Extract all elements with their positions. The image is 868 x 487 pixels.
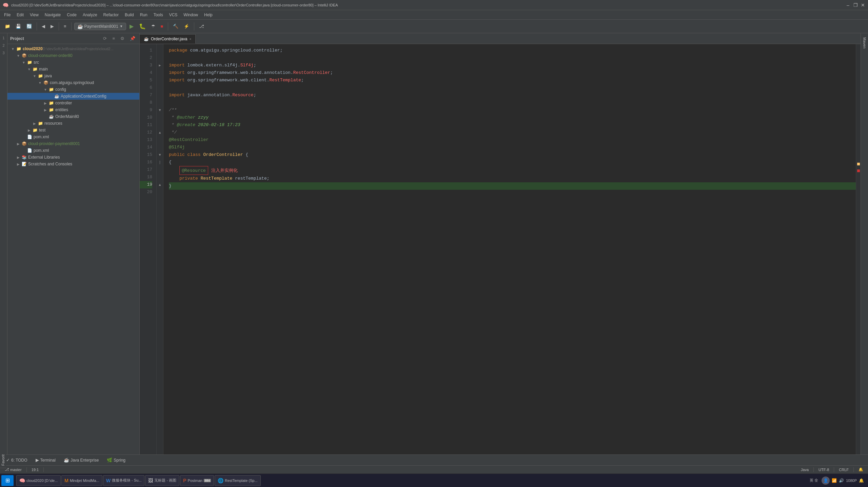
tree-java-arrow[interactable]: ▼ [32, 74, 37, 78]
menu-build[interactable]: Build [122, 12, 137, 18]
toolbar-forward-btn[interactable]: ▶ [48, 23, 56, 30]
coverage-button[interactable]: ☂ [149, 23, 157, 30]
sidebar-icon-3[interactable]: 3 [0, 49, 7, 56]
taskbar-intellij[interactable]: 🧠 cloud2020 [D:\de... [16, 475, 61, 486]
menu-help[interactable]: Help [201, 12, 215, 18]
menu-refactor[interactable]: Refactor [101, 12, 121, 18]
tree-module-payment8001-arrow[interactable]: ▶ [16, 142, 21, 146]
tree-controller-arrow[interactable]: ▶ [43, 101, 48, 105]
menu-code[interactable]: Code [64, 12, 79, 18]
project-collapse-btn[interactable]: ≡ [111, 35, 116, 42]
status-notifications[interactable]: 🔔 [856, 467, 865, 472]
tree-appcontextconfig[interactable]: ☕ ApplicationContextConfig [7, 93, 139, 100]
stop-button[interactable]: ■ [159, 23, 165, 30]
debug-button[interactable]: 🐛 [137, 22, 148, 31]
menu-view[interactable]: View [27, 12, 41, 18]
toolbar-project-btn[interactable]: 📁 [3, 23, 12, 30]
taskbar-postman[interactable]: P Postman 884 [180, 475, 214, 486]
bottom-tab-todo[interactable]: ✓ 6: TODO [3, 456, 31, 464]
close-button[interactable]: ✕ [861, 3, 865, 7]
project-sync-btn[interactable]: ⟳ [102, 35, 108, 42]
scroll-gutter[interactable] [856, 44, 861, 454]
tree-main-icon: 📁 [32, 66, 38, 72]
status-encoding[interactable]: UTF-8 [816, 468, 831, 472]
tree-resources[interactable]: ▶ 📁 resources [7, 120, 139, 127]
bottom-tab-spring[interactable]: 🌿 Spring [103, 456, 129, 464]
tray-notifications[interactable]: 🔔 [859, 478, 864, 483]
project-pin-btn[interactable]: 📌 [129, 35, 137, 42]
tree-root[interactable]: ▼ 📁 cloud2020 D:\devSoft\JetBrains\IdeaP… [7, 45, 139, 52]
menu-tools[interactable]: Tools [151, 12, 166, 18]
tab-close-btn[interactable]: × [189, 37, 191, 41]
status-line-ending[interactable]: CRLF [837, 468, 851, 472]
menu-edit[interactable]: Edit [14, 12, 26, 18]
minimize-button[interactable]: – [846, 3, 850, 7]
tree-src[interactable]: ▼ 📁 src [7, 59, 139, 66]
code-content[interactable]: package com.atguigu.springcloud.controll… [163, 44, 856, 454]
tree-main-arrow[interactable]: ▼ [26, 67, 32, 71]
tree-scratches[interactable]: ▶ 📝 Scratches and Consoles [7, 161, 139, 167]
toolbar-back-btn[interactable]: ◀ [40, 23, 47, 30]
tree-package[interactable]: ▼ 📦 com.atguigu.springcloud [7, 79, 139, 86]
tree-config[interactable]: ▼ 📁 config [7, 86, 139, 93]
tree-module-order80[interactable]: ▼ 📦 cloud-consumer-order80 [7, 52, 139, 59]
tree-module-payment8001[interactable]: ▶ 📦 cloud-provider-payment8001 [7, 140, 139, 147]
tree-pom-payment[interactable]: 📄 pom.xml [7, 147, 139, 154]
tree-external-libs-arrow[interactable]: ▶ [16, 156, 21, 159]
menu-analyze[interactable]: Analyze [80, 12, 100, 18]
project-settings-btn[interactable]: ⚙ [119, 35, 126, 42]
menu-window[interactable]: Window [181, 12, 201, 18]
bottom-tab-terminal[interactable]: ▶ Terminal [32, 456, 59, 464]
tree-src-arrow[interactable]: ▼ [21, 61, 26, 64]
taskbar-wps[interactable]: W 微服务模块 - Su... [103, 475, 145, 486]
sidebar-icon-1[interactable]: 1 [0, 35, 7, 41]
tree-entities-label: entities [55, 107, 68, 112]
tree-pom-order80[interactable]: 📄 pom.xml [7, 134, 139, 140]
menu-file[interactable]: File [1, 12, 13, 18]
status-line-col[interactable]: 19:1 [29, 468, 41, 472]
maximize-button[interactable]: ❐ [853, 3, 858, 7]
toolbar-sync-btn[interactable]: 🔄 [24, 23, 34, 30]
tree-ordermain80[interactable]: ☕ OrderMain80 [7, 113, 139, 120]
sidebar-icon-2[interactable]: 2 [0, 42, 7, 49]
taskbar-mindjet[interactable]: M Mindjet MindMa... [61, 475, 102, 486]
menu-vcs[interactable]: VCS [166, 12, 180, 18]
tree-test-arrow[interactable]: ▶ [26, 128, 32, 132]
tree-controller[interactable]: ▶ 📁 controller [7, 100, 139, 106]
taskbar-paint[interactable]: 🖼 无标题 - 画图 [145, 475, 179, 486]
tree-root-arrow[interactable]: ▼ [10, 47, 16, 51]
tree-scratches-arrow[interactable]: ▶ [16, 162, 21, 166]
toolbar-save-btn[interactable]: 💾 [14, 23, 23, 30]
status-lang[interactable]: Java [799, 468, 811, 472]
tree-external-libs[interactable]: ▶ 📚 External Libraries [7, 154, 139, 161]
tray-avatar[interactable]: 👤 [822, 476, 830, 485]
taskbar-browser[interactable]: 🌐 RestTemplate (Sp... [215, 475, 261, 486]
maven-panel-label[interactable]: Maven [863, 35, 867, 51]
tray-volume[interactable]: 🔊 [839, 478, 844, 483]
tree-main[interactable]: ▼ 📁 main [7, 66, 139, 73]
run-button[interactable]: ▶ [127, 22, 136, 31]
tray-network[interactable]: 📶 [832, 478, 837, 483]
project-panel-title: Project [10, 36, 99, 41]
build-button[interactable]: 🔨 [171, 23, 180, 30]
tree-entities[interactable]: ▶ 📁 entities [7, 106, 139, 113]
run-config-selector[interactable]: ☕ PaymentMain8001 ▼ [74, 23, 126, 30]
tree-entities-arrow[interactable]: ▶ [43, 108, 48, 112]
tree-test[interactable]: ▶ 📁 test [7, 127, 139, 134]
menu-navigate[interactable]: Navigate [42, 12, 63, 18]
start-button[interactable]: ⊞ [1, 475, 14, 486]
tree-module-order80-arrow[interactable]: ▼ [16, 54, 21, 58]
tray-lang[interactable]: 英 全 [808, 477, 820, 484]
tree-resources-arrow[interactable]: ▶ [32, 122, 37, 125]
bottom-tab-java-enterprise[interactable]: ☕ Java Enterprise [60, 456, 102, 464]
tree-java[interactable]: ▼ 📁 java [7, 73, 139, 79]
todo-icon: ✓ [6, 458, 10, 463]
toolbar-structure-btn[interactable]: ≡ [62, 23, 68, 30]
run-config-icon: ☕ [77, 24, 83, 29]
menu-run[interactable]: Run [137, 12, 150, 18]
git-btn[interactable]: ⎇ [197, 23, 206, 30]
tree-config-arrow[interactable]: ▼ [43, 88, 48, 92]
editor-tab-ordercontroller[interactable]: ☕ OrderController.java × [140, 34, 196, 44]
tree-package-arrow[interactable]: ▼ [37, 81, 43, 85]
build-project-btn[interactable]: ⚡ [182, 23, 191, 30]
